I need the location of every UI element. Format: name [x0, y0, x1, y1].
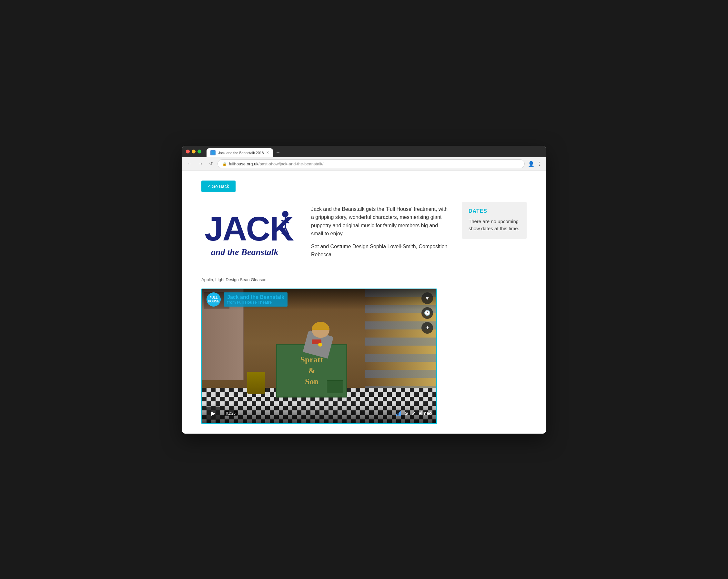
person-head: [312, 322, 330, 338]
show-layout: JACK and the Beanstalk Jack and the Bean…: [201, 202, 527, 268]
tab-title: Jack and the Beanstalk 2018: [218, 151, 264, 155]
play-button[interactable]: ▶: [207, 407, 220, 420]
video-time: 01:25: [224, 410, 237, 416]
vimeo-logo-circle: FULL HOUSE: [207, 293, 221, 307]
jack-logo: JACK and the Beanstalk: [201, 202, 298, 266]
show-description-text: Jack and the Beanstalk gets the 'Full Ho…: [311, 205, 449, 238]
lock-icon: 🔒: [222, 162, 227, 166]
more-menu-icon[interactable]: ⋮: [537, 161, 542, 167]
video-player[interactable]: Spratt&Son: [201, 288, 437, 424]
address-bar: ← → ↺ 🔒 fullhouse.org.uk/past-show/jack-…: [182, 157, 546, 171]
page-content: < Go Back JACK and the Beanstalk: [182, 171, 546, 434]
show-credits-line1: Set and Costume Design Sophia Lovell-Smi…: [311, 243, 449, 259]
minimize-button[interactable]: [192, 149, 196, 154]
bar2: [397, 413, 398, 416]
counter-window: [327, 380, 343, 393]
bar4: [400, 411, 401, 416]
tab-favicon: 🌐: [210, 150, 215, 156]
address-input[interactable]: 🔒 fullhouse.org.uk/past-show/jack-and-th…: [217, 159, 525, 168]
trash-bucket: [247, 372, 265, 394]
tab-bar: 🌐 Jack and the Beanstalk 2018 ✕ +: [207, 146, 542, 157]
vimeo-brand: vimeo: [419, 411, 432, 416]
vimeo-top-bar: FULL HOUSE Jack and the Beanstalk from F…: [202, 289, 436, 310]
toolbar-icons: 👤 ⋮: [528, 161, 542, 167]
url-display: fullhouse.org.uk/past-show/jack-and-the-…: [229, 162, 323, 166]
settings-icon[interactable]: ⚙: [404, 411, 409, 416]
like-button[interactable]: ♥: [421, 293, 433, 304]
person-hair: [312, 322, 330, 330]
vimeo-show-title: Jack and the Beanstalk: [227, 294, 284, 300]
video-bottom-bar: ▶ 01:25 ⚙ ⤢ vimeo: [202, 403, 436, 423]
signal-bars-icon: [396, 411, 401, 416]
bar3: [399, 412, 400, 416]
watch-later-button[interactable]: 🕐: [421, 307, 433, 319]
show-logo-section: JACK and the Beanstalk: [201, 202, 298, 268]
share-button[interactable]: ✈: [421, 322, 433, 334]
url-domain: fullhouse.org.uk: [229, 162, 258, 166]
fullscreen-icon[interactable]: ⤢: [412, 411, 416, 416]
dates-title: DATES: [469, 208, 520, 214]
reload-button[interactable]: ↺: [208, 160, 214, 168]
show-credits-line2: Applin, Light Design Sean Gleason.: [201, 277, 527, 282]
forward-button[interactable]: →: [197, 160, 205, 168]
counter-text: Spratt&Son: [301, 354, 323, 387]
bar1: [396, 414, 397, 416]
browser-window: 🌐 Jack and the Beanstalk 2018 ✕ + ← → ↺ …: [182, 146, 546, 434]
title-bar: 🌐 Jack and the Beanstalk 2018 ✕ +: [182, 146, 546, 157]
back-button[interactable]: ←: [186, 160, 193, 168]
gold-ball: [318, 343, 322, 347]
vimeo-right-icons: ♥ 🕐 ✈: [421, 293, 433, 334]
dates-message: There are no upcoming show dates at this…: [469, 218, 520, 232]
vimeo-from: from Full House Theatre: [227, 300, 284, 305]
svg-text:JACK: JACK: [205, 210, 294, 248]
go-back-button[interactable]: < Go Back: [201, 181, 236, 192]
vimeo-title-block: Jack and the Beanstalk from Full House T…: [224, 293, 288, 307]
show-description: Jack and the Beanstalk gets the 'Full Ho…: [311, 202, 449, 268]
active-tab[interactable]: 🌐 Jack and the Beanstalk 2018 ✕: [207, 148, 273, 157]
account-icon[interactable]: 👤: [528, 161, 535, 167]
traffic-lights: [186, 149, 201, 154]
svg-point-1: [282, 211, 288, 217]
person: [295, 323, 347, 356]
tab-close-button[interactable]: ✕: [266, 150, 269, 155]
vimeo-bottom-icons: ⚙ ⤢ vimeo: [396, 411, 432, 416]
vimeo-logo-text: FULL HOUSE: [208, 296, 219, 303]
svg-text:and the Beanstalk: and the Beanstalk: [211, 247, 278, 257]
dates-sidebar: DATES There are no upcoming show dates a…: [462, 202, 527, 239]
maximize-button[interactable]: [198, 149, 201, 154]
close-button[interactable]: [186, 149, 190, 154]
url-path: /past-show/jack-and-the-beanstalk/: [258, 162, 324, 166]
new-tab-button[interactable]: +: [273, 148, 283, 157]
